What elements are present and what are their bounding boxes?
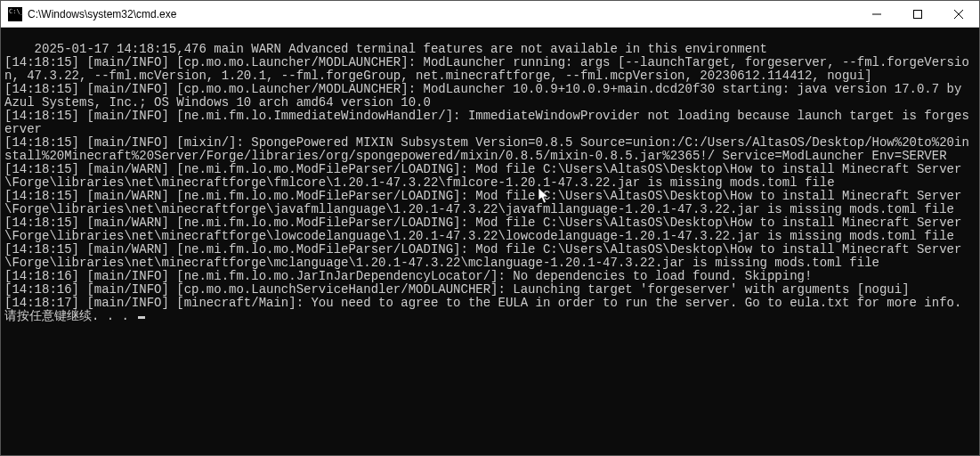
minimize-icon — [872, 10, 881, 19]
titlebar[interactable]: C:\Windows\system32\cmd.exe — [1, 1, 979, 28]
console-line: [14:18:15] [main/WARN] [ne.mi.fm.lo.mo.M… — [4, 242, 961, 270]
window-controls — [856, 1, 979, 27]
minimize-button[interactable] — [856, 1, 897, 27]
console-line: [14:18:15] [main/INFO] [mixin/]: SpongeP… — [4, 135, 969, 163]
cmd-icon — [8, 7, 22, 21]
console-line: [14:18:17] [main/INFO] [minecraft/Main]:… — [4, 296, 961, 310]
console-line: [14:18:15] [main/INFO] [cp.mo.mo.Launche… — [4, 55, 969, 83]
maximize-icon — [913, 10, 922, 19]
console-line: [14:18:16] [main/INFO] [ne.mi.fm.lo.mo.J… — [4, 269, 812, 283]
console-line: [14:18:15] [main/WARN] [ne.mi.fm.lo.mo.M… — [4, 162, 961, 190]
text-cursor — [138, 316, 145, 319]
window-title: C:\Windows\system32\cmd.exe — [28, 8, 856, 20]
close-icon — [954, 10, 963, 19]
console-line: 2025-01-17 14:18:15,476 main WARN Advanc… — [35, 42, 767, 56]
close-button[interactable] — [938, 1, 979, 27]
console-line: [14:18:15] [main/WARN] [ne.mi.fm.lo.mo.M… — [4, 189, 961, 216]
console-line: 请按任意键继续. . . — [4, 309, 136, 323]
console-output[interactable]: 2025-01-17 14:18:15,476 main WARN Advanc… — [1, 28, 979, 455]
svg-rect-1 — [914, 10, 922, 18]
console-line: [14:18:15] [main/WARN] [ne.mi.fm.lo.mo.M… — [4, 216, 961, 243]
maximize-button[interactable] — [897, 1, 938, 27]
cmd-window: C:\Windows\system32\cmd.exe 2025-01-17 1… — [0, 0, 980, 456]
console-line: [14:18:15] [main/INFO] [cp.mo.mo.Launche… — [4, 82, 969, 110]
console-line: [14:18:15] [main/INFO] [ne.mi.fm.lo.Imme… — [4, 109, 969, 136]
console-line: [14:18:16] [main/INFO] [cp.mo.mo.LaunchS… — [4, 282, 910, 297]
